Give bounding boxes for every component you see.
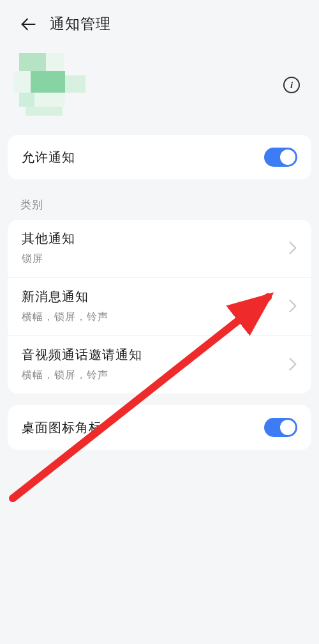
allow-notification-toggle[interactable] <box>264 148 297 167</box>
app-info-section: i <box>0 39 319 135</box>
desktop-badge-row[interactable]: 桌面图标角标 <box>8 405 311 450</box>
allow-notification-card: 允许通知 <box>8 135 311 180</box>
back-arrow-icon[interactable] <box>19 15 37 33</box>
category-title: 音视频通话邀请通知 <box>22 346 142 364</box>
info-icon[interactable]: i <box>283 77 300 93</box>
desktop-badge-toggle[interactable] <box>264 418 297 437</box>
category-list-card: 其他通知 锁屏 新消息通知 横幅，锁屏，铃声 音视频通话邀请通知 横幅，锁屏，铃… <box>8 220 311 394</box>
category-subtitle: 横幅，锁屏，铃声 <box>22 369 142 382</box>
category-section-label: 类别 <box>0 191 319 220</box>
chevron-right-icon <box>288 241 297 255</box>
category-subtitle: 横幅，锁屏，铃声 <box>22 310 108 324</box>
category-row-other[interactable]: 其他通知 锁屏 <box>8 220 311 278</box>
desktop-badge-label: 桌面图标角标 <box>22 419 102 436</box>
badge-card: 桌面图标角标 <box>8 405 311 450</box>
chevron-right-icon <box>288 299 297 313</box>
app-icon <box>13 53 89 117</box>
category-row-av-call-invite[interactable]: 音视频通话邀请通知 横幅，锁屏，铃声 <box>8 336 311 394</box>
header: 通知管理 <box>0 0 319 39</box>
category-subtitle: 锁屏 <box>22 252 75 266</box>
category-title: 其他通知 <box>22 230 75 247</box>
page-title: 通知管理 <box>50 14 111 34</box>
category-row-new-message[interactable]: 新消息通知 横幅，锁屏，铃声 <box>8 278 311 336</box>
category-title: 新消息通知 <box>22 288 108 305</box>
chevron-right-icon <box>288 357 297 371</box>
allow-notification-label: 允许通知 <box>22 149 75 166</box>
allow-notification-row[interactable]: 允许通知 <box>8 135 311 180</box>
